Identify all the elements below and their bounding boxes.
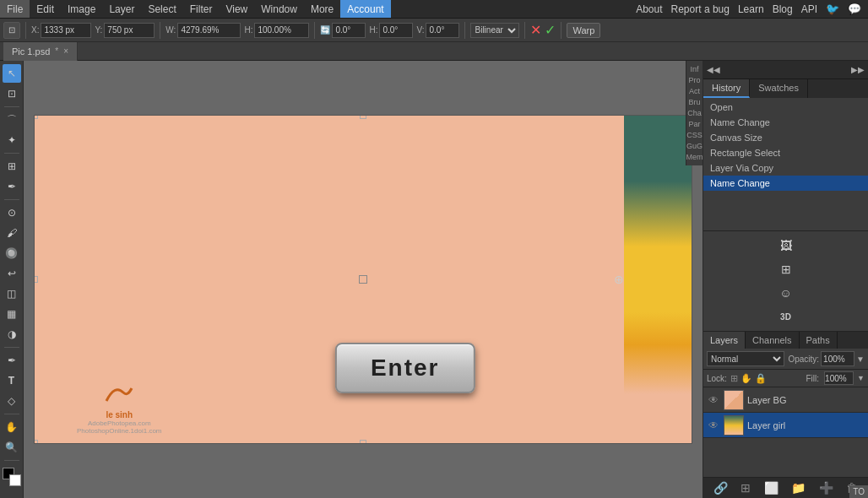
rot-input[interactable] (332, 23, 366, 38)
menu-blog[interactable]: Blog (773, 3, 793, 15)
history-item-open[interactable]: Open (703, 100, 868, 115)
handle-bl[interactable] (34, 440, 38, 444)
mini-sidebar-inf[interactable]: Inf (689, 64, 699, 74)
menu-file[interactable]: File (0, 0, 30, 18)
mini-sidebar-mem[interactable]: Mem (686, 152, 704, 162)
mini-sidebar-cha[interactable]: Cha (686, 108, 703, 118)
color-picker[interactable] (3, 468, 21, 486)
menu-select[interactable]: Select (141, 0, 182, 18)
enter-key-button[interactable]: Enter (335, 343, 475, 393)
confirm-transform-button[interactable]: ✓ (545, 22, 556, 38)
cancel-transform-button[interactable]: ✕ (530, 22, 541, 38)
layer-visibility-bg[interactable]: 👁 (707, 393, 720, 407)
menu-window[interactable]: Window (254, 0, 304, 18)
collapse-left-button[interactable]: ◀◀ (707, 65, 720, 74)
shape-button[interactable]: ◇ (3, 392, 21, 410)
tab-history[interactable]: History (703, 79, 750, 98)
mini-sidebar-pro[interactable]: Pro (687, 75, 701, 85)
eyedropper-button[interactable]: ✒ (3, 177, 21, 196)
add-mask-icon[interactable]: ⬜ (764, 481, 778, 495)
w-input[interactable] (177, 23, 241, 38)
skewh-input[interactable] (379, 23, 413, 38)
opacity-dropdown-icon[interactable]: ▼ (856, 355, 865, 364)
history-item-namechange2[interactable]: Name Change (703, 176, 868, 191)
tab-layers[interactable]: Layers (703, 332, 746, 349)
heal-button[interactable]: ⊙ (3, 203, 21, 222)
history-item-canvassize[interactable]: Canvas Size (703, 130, 868, 145)
background-color[interactable] (9, 474, 21, 486)
h-input[interactable] (254, 23, 309, 38)
handle-bm[interactable] (360, 440, 366, 444)
collapse-right-button[interactable]: ▶▶ (851, 65, 865, 74)
menu-account[interactable]: Account (340, 0, 390, 18)
mini-sidebar-bru[interactable]: Bru (687, 97, 701, 107)
handle-tm[interactable] (360, 115, 366, 119)
hand-button[interactable]: ✋ (3, 418, 21, 436)
history-item-namechange1[interactable]: Name Change (703, 115, 868, 130)
twitter-icon[interactable]: 🐦 (826, 3, 839, 15)
text-button[interactable]: T (3, 371, 21, 390)
menu-view[interactable]: View (219, 0, 254, 18)
magic-wand-button[interactable]: ✦ (3, 131, 21, 149)
history-item-rectselect[interactable]: Rectangle Select (703, 145, 868, 160)
lock-pixels-icon[interactable]: ⊞ (730, 373, 738, 384)
y-input[interactable] (104, 23, 155, 38)
dodge-button[interactable]: ◑ (3, 325, 21, 344)
history-item-layercopy[interactable]: Layer Via Copy (703, 160, 868, 176)
menu-report-bug[interactable]: Report a bug (671, 3, 730, 15)
stamp-button[interactable]: 🔘 (3, 244, 21, 263)
menu-layer[interactable]: Layer (102, 0, 141, 18)
interpolation-select[interactable]: Bilinear Nearest Bicubic (470, 23, 519, 38)
tab-close-icon[interactable]: × (63, 46, 68, 56)
pen-button[interactable]: ✒ (3, 351, 21, 370)
opacity-input[interactable] (821, 351, 854, 366)
eraser-button[interactable]: ◫ (3, 284, 21, 303)
menu-api[interactable]: API (801, 3, 817, 15)
add-style-icon[interactable]: ⊞ (741, 481, 751, 495)
menu-more[interactable]: More (304, 0, 340, 18)
zoom-button[interactable]: 🔍 (3, 438, 21, 457)
menu-edit[interactable]: Edit (30, 0, 61, 18)
warp-button[interactable]: Warp (567, 23, 600, 38)
skewv-input[interactable] (426, 23, 459, 38)
lock-move-icon[interactable]: ✋ (741, 373, 752, 384)
emoji-icon[interactable]: ☺ (777, 284, 795, 302)
grid-icon[interactable]: ⊞ (777, 260, 795, 279)
menu-learn[interactable]: Learn (738, 3, 764, 15)
mini-sidebar-css[interactable]: CSS (686, 130, 703, 140)
lasso-tool-button[interactable]: ⌒ (3, 111, 21, 129)
crop-tool-button[interactable]: ⊞ (3, 157, 21, 176)
link-layers-icon[interactable]: 🔗 (713, 481, 728, 495)
image-adjust-icon[interactable]: 🖼 (777, 236, 795, 255)
layer-row-bg[interactable]: 👁 Layer BG (703, 387, 868, 413)
new-group-icon[interactable]: 📁 (791, 481, 806, 495)
mini-sidebar-act[interactable]: Act (688, 86, 701, 96)
handle-tl[interactable] (34, 115, 38, 119)
fill-input[interactable] (824, 371, 854, 385)
menu-filter[interactable]: Filter (183, 0, 220, 18)
mini-sidebar-gug[interactable]: GuG (686, 141, 703, 151)
3d-icon[interactable]: 3D (777, 307, 795, 326)
mini-sidebar-par[interactable]: Par (687, 119, 701, 129)
layer-row-girl[interactable]: 👁 Layer girl (703, 413, 868, 438)
new-layer-icon[interactable]: ➕ (819, 481, 833, 495)
gradient-button[interactable]: ▦ (3, 305, 21, 323)
blend-mode-select[interactable]: Normal Multiply Screen (707, 351, 784, 366)
tab-swatches[interactable]: Swatches (750, 79, 808, 98)
tab-paths[interactable]: Paths (800, 332, 838, 349)
brush-button[interactable]: 🖌 (3, 224, 21, 242)
fill-dropdown-icon[interactable]: ▼ (857, 374, 865, 382)
handle-ml[interactable] (34, 276, 38, 283)
canvas-area[interactable]: ⊕ le sinh AdobePhotopea.com PhotoshopOnl… (24, 61, 703, 498)
history-brush-button[interactable]: ↩ (3, 264, 21, 283)
marquee-tool-button[interactable]: ⊡ (3, 84, 21, 103)
move-tool-button[interactable]: ↖ (3, 64, 21, 83)
menu-image[interactable]: Image (61, 0, 102, 18)
x-input[interactable] (41, 23, 91, 38)
tab-pic1[interactable]: Pic 1.psd * × (3, 42, 78, 61)
layer-visibility-girl[interactable]: 👁 (707, 419, 720, 432)
tab-channels[interactable]: Channels (746, 332, 799, 349)
lock-all-icon[interactable]: 🔒 (755, 373, 767, 384)
discord-icon[interactable]: 💬 (848, 3, 861, 15)
menu-about[interactable]: About (636, 3, 662, 15)
